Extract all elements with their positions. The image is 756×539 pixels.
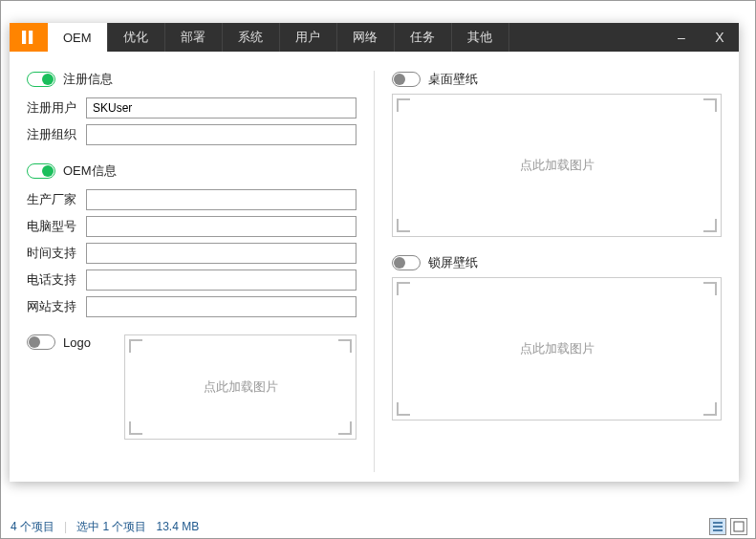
label-reg-user: 注册用户 (27, 99, 80, 117)
svg-rect-0 (734, 522, 744, 531)
toggle-desktop-wallpaper[interactable] (392, 72, 421, 87)
tab-bar: OEM 优化 部署 系统 用户 网络 任务 其他 – X (10, 23, 739, 52)
label-model: 电脑型号 (27, 218, 80, 235)
tab-deploy[interactable]: 部署 (165, 23, 223, 52)
tab-user[interactable]: 用户 (280, 23, 337, 52)
input-web[interactable] (86, 296, 356, 317)
input-reg-user[interactable] (86, 97, 356, 119)
left-column: 注册信息 注册用户 注册组织 OEM信息 (27, 71, 356, 472)
right-column: 桌面壁纸 点此加载图片 锁屏壁纸 点此加载图片 (392, 71, 722, 472)
label-web: 网站支持 (27, 298, 80, 315)
desktop-wallpaper-drop[interactable]: 点此加载图片 (392, 94, 722, 237)
toggle-oem-info[interactable] (27, 163, 55, 179)
section-oem-info: OEM信息 生产厂家 电脑型号 时间支持 电话支持 网站支持 (27, 162, 356, 317)
input-time[interactable] (86, 243, 356, 264)
label-reg-org: 注册组织 (27, 126, 80, 143)
section-title-desktop: 桌面壁纸 (428, 71, 478, 88)
input-model[interactable] (86, 216, 356, 237)
input-mfr[interactable] (86, 189, 356, 210)
lock-wallpaper-drop[interactable]: 点此加载图片 (392, 277, 722, 420)
status-item-count: 4 个项目 (11, 519, 54, 535)
minimize-button[interactable]: – (662, 23, 701, 52)
status-size: 13.4 MB (156, 520, 199, 533)
svg-rect-1 (22, 31, 26, 44)
section-title-oem: OEM信息 (63, 162, 117, 180)
input-phone[interactable] (86, 270, 356, 291)
oem-settings-window: OEM 优化 部署 系统 用户 网络 任务 其他 – X 注册信息 注册用户 (10, 23, 739, 482)
tab-task[interactable]: 任务 (395, 23, 452, 52)
label-mfr: 生产厂家 (27, 191, 80, 208)
tab-network[interactable]: 网络 (337, 23, 395, 52)
tab-other[interactable]: 其他 (452, 23, 509, 52)
explorer-status-bar: 4 个项目 | 选中 1 个项目 13.4 MB (1, 515, 755, 538)
logo-drop-hint: 点此加载图片 (204, 378, 278, 396)
logo-image-drop[interactable]: 点此加载图片 (124, 334, 356, 440)
view-large-icon[interactable] (730, 518, 747, 535)
tab-optimize[interactable]: 优化 (108, 23, 165, 52)
section-title-logo: Logo (63, 335, 91, 350)
label-phone: 电话支持 (27, 271, 80, 289)
toggle-lock-wallpaper[interactable] (392, 255, 421, 270)
section-logo: Logo 点此加载图片 (27, 334, 356, 440)
toggle-registration[interactable] (27, 72, 55, 87)
svg-rect-2 (29, 31, 32, 44)
explorer-toolbar-fragment (1, 1, 755, 20)
section-registration: 注册信息 注册用户 注册组织 (27, 71, 356, 145)
section-desktop-wallpaper: 桌面壁纸 点此加载图片 (392, 71, 722, 237)
tab-oem[interactable]: OEM (48, 23, 108, 52)
desktop-drop-hint: 点此加载图片 (520, 157, 594, 174)
status-selected: 选中 1 个项目 (76, 519, 146, 535)
view-details-icon[interactable] (709, 518, 726, 535)
lock-drop-hint: 点此加载图片 (520, 340, 594, 357)
input-reg-org[interactable] (86, 124, 356, 145)
close-button[interactable]: X (701, 23, 739, 52)
content-body: 注册信息 注册用户 注册组织 OEM信息 (10, 52, 739, 482)
label-time: 时间支持 (27, 245, 80, 262)
toggle-logo[interactable] (27, 334, 55, 350)
section-title-registration: 注册信息 (63, 71, 113, 88)
tab-system[interactable]: 系统 (223, 23, 280, 52)
section-lock-wallpaper: 锁屏壁纸 点此加载图片 (392, 254, 722, 420)
app-logo-button[interactable] (10, 23, 48, 52)
column-divider (374, 71, 375, 472)
section-title-lock: 锁屏壁纸 (428, 254, 478, 271)
